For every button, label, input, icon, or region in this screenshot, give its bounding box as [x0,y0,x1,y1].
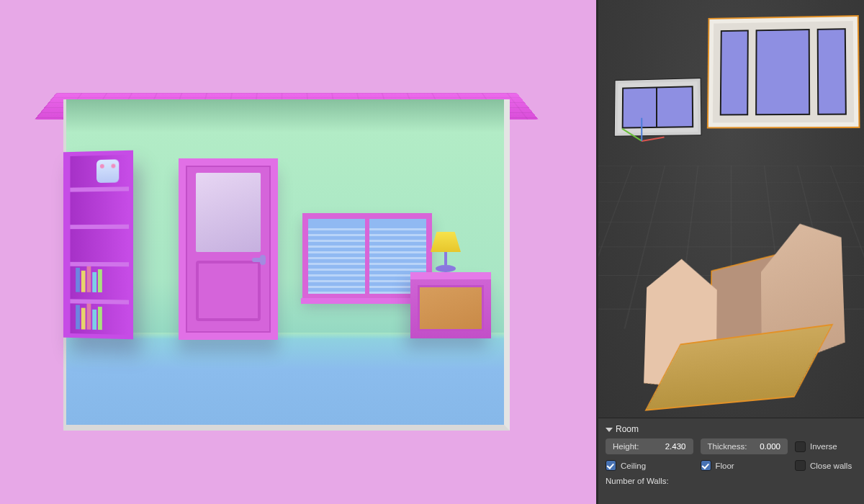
object-window-small[interactable] [615,78,701,136]
door [179,158,278,340]
thickness-label: Thickness: [708,442,747,451]
door-panel [196,261,261,321]
checkbox-icon [795,441,806,452]
ceiling-checkbox[interactable]: Ceiling [606,460,693,471]
height-label: Height: [613,442,639,451]
bookshelf [63,150,133,340]
checkbox-icon [795,460,806,471]
door-glass [196,173,261,252]
panel-header-room[interactable]: Room [606,423,857,438]
bookshelf-books [76,266,123,293]
disclosure-triangle-icon [606,428,613,432]
room-interior [63,99,510,431]
height-field[interactable]: Height: 2.430 [606,438,693,454]
object-window-large-selected[interactable] [708,17,859,127]
floor [66,333,504,425]
thickness-field[interactable]: Thickness: 0.000 [701,438,788,454]
inverse-label: Inverse [810,442,837,451]
rendered-room-view [0,0,596,504]
axis-gizmo [642,140,642,141]
checkbox-icon [606,460,616,471]
close-walls-checkbox[interactable]: Close walls [795,460,857,471]
thickness-value: 0.000 [760,442,780,451]
panel-title: Room [616,424,639,434]
properties-panel: Room Height: 2.430 Thickness: 0.000 Inve… [598,418,864,504]
room-model [63,99,510,431]
bookshelf-books [76,303,123,330]
checkbox-icon [701,460,711,471]
ceiling-shadow [66,99,504,132]
door-handle [252,258,264,262]
viewport-3d[interactable] [598,0,864,418]
floor-label: Floor [716,462,734,470]
ceiling-label: Ceiling [621,462,646,470]
side-table [410,272,491,338]
table-lamp [431,232,461,272]
floor-checkbox[interactable]: Floor [701,460,788,471]
num-walls-label: Number of Walls: [606,477,669,485]
height-value: 2.430 [665,442,686,451]
toy-robot [96,159,119,183]
editor-pane: Room Height: 2.430 Thickness: 0.000 Inve… [596,0,864,504]
inverse-checkbox[interactable]: Inverse [795,441,857,452]
side-table-door [418,285,484,331]
close-walls-label: Close walls [810,462,852,470]
